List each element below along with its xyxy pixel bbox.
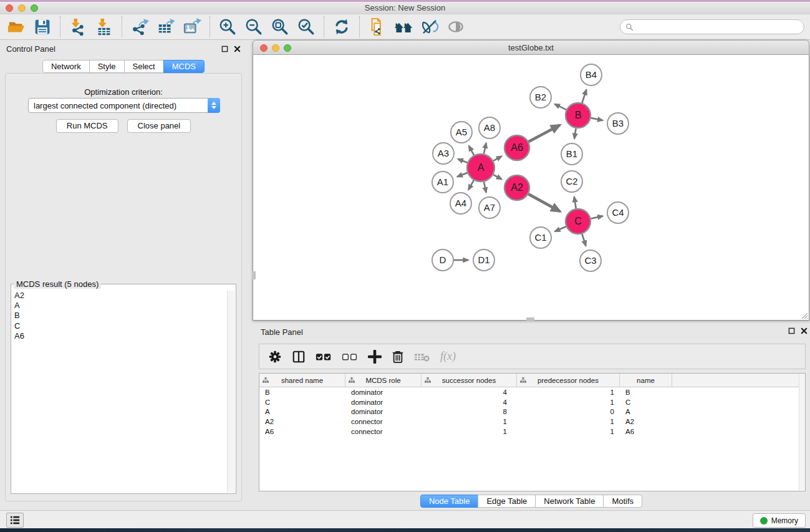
- graph-edge-C-C4[interactable]: [591, 216, 603, 218]
- zoom-in-button[interactable]: [216, 16, 239, 38]
- network-zoom-button[interactable]: [284, 44, 291, 52]
- refresh-button[interactable]: [330, 16, 353, 38]
- minimize-window-button[interactable]: [18, 4, 26, 12]
- memory-button[interactable]: Memory: [753, 513, 806, 528]
- graph-edge-A2-C[interactable]: [528, 194, 560, 211]
- network-window-titlebar[interactable]: testGlobe.txt: [253, 40, 809, 55]
- new-session-from-network-button[interactable]: [366, 16, 388, 38]
- task-history-button[interactable]: [6, 513, 24, 528]
- cell-predecessor-nodes: 1: [517, 418, 620, 425]
- hierarchy-icon: [425, 377, 431, 383]
- network-canvas[interactable]: B4B2BB3A8A5A6A3B1AC2A1A2A4A7C4CC1DD1C3: [253, 55, 809, 321]
- zoom-out-button[interactable]: [243, 16, 265, 38]
- control-panel-title: Control Panel: [6, 44, 55, 54]
- tab-select[interactable]: Select: [124, 60, 164, 73]
- float-panel-icon[interactable]: [788, 327, 795, 334]
- horizontal-scrollbar-thumb[interactable]: [526, 317, 534, 321]
- add-column-icon[interactable]: [368, 350, 382, 364]
- graph-edge-A-A6[interactable]: [493, 157, 501, 161]
- mcds-result-item[interactable]: C: [12, 321, 227, 331]
- table-row[interactable]: Adominator80A: [259, 407, 805, 417]
- graph-edge-C-C3[interactable]: [582, 234, 586, 246]
- mcds-result-item[interactable]: A2: [12, 291, 227, 301]
- graph-edge-A-A2[interactable]: [493, 175, 501, 179]
- mcds-result-item[interactable]: A: [12, 301, 227, 311]
- vertical-scrollbar-thumb[interactable]: [253, 271, 256, 279]
- columns-icon[interactable]: [292, 350, 306, 364]
- cell-successor-nodes: 1: [422, 428, 517, 435]
- column-header-successor-nodes[interactable]: successor nodes: [422, 374, 517, 387]
- table-row[interactable]: A6connector11A6: [259, 427, 805, 437]
- delete-table-icon[interactable]: [414, 351, 430, 362]
- show-graphics-details-button[interactable]: [445, 16, 467, 38]
- mcds-result-item[interactable]: B: [12, 311, 227, 321]
- graph-edge-A-A1[interactable]: [457, 173, 467, 177]
- import-table-button[interactable]: [93, 16, 115, 38]
- graph-edge-C-C1[interactable]: [555, 226, 566, 231]
- close-panel-icon[interactable]: [801, 327, 808, 334]
- graph-edge-A-A3[interactable]: [458, 159, 467, 163]
- zoom-selected-button[interactable]: [295, 16, 317, 38]
- network-minimize-button[interactable]: [272, 44, 279, 52]
- select-all-checkboxes-icon[interactable]: [316, 351, 332, 362]
- cell-MCDS-role: connector: [345, 418, 422, 425]
- save-session-button[interactable]: [31, 16, 54, 38]
- close-panel-icon[interactable]: [234, 46, 241, 52]
- home-button[interactable]: [392, 16, 415, 38]
- hierarchy-icon: [263, 377, 269, 383]
- graph-edge-B-B2[interactable]: [555, 104, 567, 110]
- graph-node-label: A2: [511, 182, 523, 193]
- zoom-fit-button[interactable]: [269, 16, 291, 38]
- graph-edge-B-B3[interactable]: [591, 118, 603, 120]
- close-panel-button[interactable]: Close panel: [127, 119, 191, 133]
- search-input[interactable]: [637, 22, 804, 31]
- tab-network[interactable]: Network: [42, 60, 90, 73]
- column-header-predecessor-nodes[interactable]: predecessor nodes: [517, 374, 620, 387]
- graph-edge-A-A4[interactable]: [468, 180, 474, 190]
- tab-style[interactable]: Style: [89, 60, 125, 73]
- settings-gear-icon[interactable]: [268, 350, 282, 364]
- table-row[interactable]: Bdominator41B: [259, 387, 805, 397]
- network-close-button[interactable]: [260, 44, 268, 52]
- export-network-button[interactable]: [128, 16, 151, 38]
- zoom-window-button[interactable]: [31, 4, 38, 12]
- tab-edge-table[interactable]: Edge Table: [478, 495, 536, 508]
- graph-edge-A-A7[interactable]: [484, 181, 486, 192]
- table-scrollbar[interactable]: [799, 374, 805, 490]
- graph-edge-B-B4[interactable]: [582, 90, 586, 103]
- column-header-name[interactable]: name: [620, 374, 672, 387]
- column-header-shared-name[interactable]: shared name: [259, 374, 345, 387]
- table-row[interactable]: Cdominator41C: [259, 397, 805, 407]
- import-network-button[interactable]: [67, 16, 89, 38]
- graph-edge-A-A5[interactable]: [469, 146, 474, 155]
- export-image-button[interactable]: [181, 16, 203, 38]
- tab-node-table[interactable]: Node Table: [420, 495, 479, 508]
- delete-column-trash-icon[interactable]: [392, 350, 404, 364]
- deselect-checkboxes-icon[interactable]: [342, 351, 358, 362]
- hide-annotations-button[interactable]: [418, 16, 441, 38]
- mcds-result-item[interactable]: A6: [12, 331, 227, 341]
- function-builder-button[interactable]: f(x): [440, 350, 456, 363]
- open-file-button[interactable]: [5, 16, 27, 38]
- graph-node-label: A1: [437, 177, 448, 187]
- run-mcds-button[interactable]: Run MCDS: [56, 119, 118, 133]
- desktop-background: [0, 528, 810, 532]
- cell-shared-name: A2: [259, 418, 345, 425]
- cell-shared-name: A: [259, 408, 345, 415]
- mcds-result-scrollbar[interactable]: [227, 291, 235, 493]
- graph-edge-A-A8[interactable]: [484, 143, 486, 153]
- close-window-button[interactable]: [6, 4, 13, 12]
- tab-mcds[interactable]: MCDS: [163, 60, 205, 73]
- column-header-MCDS-role[interactable]: MCDS role: [345, 374, 422, 387]
- graph-edge-A6-B[interactable]: [529, 125, 560, 142]
- tab-motifs[interactable]: Motifs: [603, 495, 642, 508]
- export-table-button[interactable]: [155, 16, 177, 38]
- optimization-criterion-select[interactable]: largest connected component (directed): [28, 98, 220, 113]
- table-row[interactable]: A2connector11A2: [259, 417, 805, 427]
- resize-grip-icon[interactable]: [800, 311, 808, 319]
- tab-network-table[interactable]: Network Table: [535, 495, 604, 508]
- graph-edge-C-C2[interactable]: [574, 197, 576, 209]
- graph-edge-B-B1[interactable]: [574, 128, 576, 139]
- graph-node-label: D: [440, 254, 446, 265]
- float-panel-icon[interactable]: [221, 46, 228, 52]
